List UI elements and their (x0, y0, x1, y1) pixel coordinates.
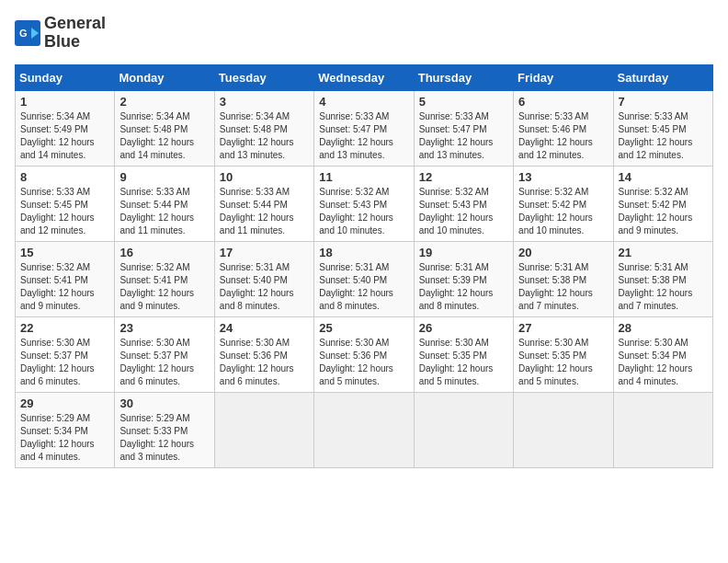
day-info: Sunrise: 5:32 AM Sunset: 5:42 PM Dayligh… (619, 186, 708, 237)
calendar-cell: 15Sunrise: 5:32 AM Sunset: 5:41 PM Dayli… (16, 241, 115, 316)
calendar-cell: 30Sunrise: 5:29 AM Sunset: 5:33 PM Dayli… (115, 392, 214, 467)
day-info: Sunrise: 5:29 AM Sunset: 5:34 PM Dayligh… (20, 412, 109, 464)
logo-general: General (44, 15, 106, 33)
col-header-monday: Monday (115, 64, 214, 90)
col-header-thursday: Thursday (414, 64, 513, 90)
calendar-cell: 1Sunrise: 5:34 AM Sunset: 5:49 PM Daylig… (16, 90, 115, 166)
logo-blue: Blue (44, 33, 106, 52)
calendar-cell: 12Sunrise: 5:32 AM Sunset: 5:43 PM Dayli… (414, 166, 513, 241)
day-number: 3 (220, 95, 309, 109)
day-info: Sunrise: 5:29 AM Sunset: 5:33 PM Dayligh… (119, 412, 209, 464)
calendar-week-1: 1Sunrise: 5:34 AM Sunset: 5:49 PM Daylig… (16, 90, 713, 166)
day-number: 9 (119, 170, 209, 184)
calendar-cell: 20Sunrise: 5:31 AM Sunset: 5:38 PM Dayli… (514, 241, 613, 316)
day-info: Sunrise: 5:32 AM Sunset: 5:43 PM Dayligh… (319, 186, 408, 237)
calendar-cell (514, 392, 613, 467)
calendar-week-4: 22Sunrise: 5:30 AM Sunset: 5:37 PM Dayli… (16, 316, 713, 392)
day-number: 11 (319, 170, 408, 184)
calendar-cell: 10Sunrise: 5:33 AM Sunset: 5:44 PM Dayli… (214, 166, 313, 241)
calendar-cell: 26Sunrise: 5:30 AM Sunset: 5:35 PM Dayli… (414, 316, 513, 392)
day-info: Sunrise: 5:30 AM Sunset: 5:36 PM Dayligh… (319, 337, 408, 388)
col-header-sunday: Sunday (16, 64, 115, 90)
day-info: Sunrise: 5:33 AM Sunset: 5:45 PM Dayligh… (619, 110, 708, 162)
day-info: Sunrise: 5:30 AM Sunset: 5:37 PM Dayligh… (119, 337, 209, 388)
day-number: 28 (619, 321, 708, 335)
calendar-cell: 5Sunrise: 5:33 AM Sunset: 5:47 PM Daylig… (414, 90, 513, 166)
calendar-cell: 28Sunrise: 5:30 AM Sunset: 5:34 PM Dayli… (613, 316, 712, 392)
svg-text:G: G (19, 28, 28, 39)
day-info: Sunrise: 5:30 AM Sunset: 5:35 PM Dayligh… (518, 337, 608, 388)
calendar-week-5: 29Sunrise: 5:29 AM Sunset: 5:34 PM Dayli… (16, 392, 713, 467)
col-header-friday: Friday (514, 64, 613, 90)
day-number: 30 (119, 396, 209, 410)
day-number: 29 (20, 396, 109, 410)
calendar-cell (314, 392, 414, 467)
day-info: Sunrise: 5:30 AM Sunset: 5:34 PM Dayligh… (619, 337, 708, 388)
day-number: 10 (220, 170, 309, 184)
day-number: 24 (220, 321, 309, 335)
day-number: 16 (119, 246, 209, 259)
calendar-cell: 25Sunrise: 5:30 AM Sunset: 5:36 PM Dayli… (314, 316, 414, 392)
day-number: 21 (619, 246, 708, 259)
day-info: Sunrise: 5:30 AM Sunset: 5:37 PM Dayligh… (20, 337, 109, 388)
calendar-cell: 14Sunrise: 5:32 AM Sunset: 5:42 PM Dayli… (613, 166, 712, 241)
day-number: 22 (20, 321, 109, 335)
day-number: 20 (518, 246, 608, 259)
day-info: Sunrise: 5:32 AM Sunset: 5:41 PM Dayligh… (119, 261, 209, 313)
calendar-cell: 9Sunrise: 5:33 AM Sunset: 5:44 PM Daylig… (115, 166, 214, 241)
day-number: 23 (119, 321, 209, 335)
col-header-wednesday: Wednesday (314, 64, 414, 90)
calendar-cell: 24Sunrise: 5:30 AM Sunset: 5:36 PM Dayli… (214, 316, 313, 392)
day-info: Sunrise: 5:31 AM Sunset: 5:39 PM Dayligh… (419, 261, 508, 313)
day-info: Sunrise: 5:33 AM Sunset: 5:47 PM Dayligh… (419, 110, 508, 162)
col-header-tuesday: Tuesday (214, 64, 313, 90)
calendar-cell: 21Sunrise: 5:31 AM Sunset: 5:38 PM Dayli… (613, 241, 712, 316)
day-info: Sunrise: 5:30 AM Sunset: 5:36 PM Dayligh… (220, 337, 309, 388)
calendar-cell: 19Sunrise: 5:31 AM Sunset: 5:39 PM Dayli… (414, 241, 513, 316)
col-header-saturday: Saturday (613, 64, 712, 90)
calendar-cell (414, 392, 513, 467)
calendar-cell: 17Sunrise: 5:31 AM Sunset: 5:40 PM Dayli… (214, 241, 313, 316)
day-number: 13 (518, 170, 608, 184)
day-number: 27 (518, 321, 608, 335)
day-info: Sunrise: 5:33 AM Sunset: 5:44 PM Dayligh… (220, 186, 309, 237)
day-number: 6 (518, 95, 608, 109)
day-number: 4 (319, 95, 408, 109)
calendar-week-2: 8Sunrise: 5:33 AM Sunset: 5:45 PM Daylig… (16, 166, 713, 241)
day-info: Sunrise: 5:34 AM Sunset: 5:48 PM Dayligh… (119, 110, 209, 162)
day-number: 18 (319, 246, 408, 259)
logo: G General Blue (15, 15, 106, 52)
day-number: 8 (20, 170, 109, 184)
day-info: Sunrise: 5:31 AM Sunset: 5:40 PM Dayligh… (220, 261, 309, 313)
calendar-cell: 4Sunrise: 5:33 AM Sunset: 5:47 PM Daylig… (314, 90, 414, 166)
day-number: 2 (119, 95, 209, 109)
calendar-table: SundayMondayTuesdayWednesdayThursdayFrid… (15, 64, 713, 468)
calendar-cell: 8Sunrise: 5:33 AM Sunset: 5:45 PM Daylig… (16, 166, 115, 241)
calendar-cell (214, 392, 313, 467)
day-info: Sunrise: 5:33 AM Sunset: 5:44 PM Dayligh… (119, 186, 209, 237)
calendar-cell: 29Sunrise: 5:29 AM Sunset: 5:34 PM Dayli… (16, 392, 115, 467)
day-number: 12 (419, 170, 508, 184)
calendar-cell: 2Sunrise: 5:34 AM Sunset: 5:48 PM Daylig… (115, 90, 214, 166)
day-info: Sunrise: 5:33 AM Sunset: 5:45 PM Dayligh… (20, 186, 109, 237)
day-number: 15 (20, 246, 109, 259)
calendar-cell (613, 392, 712, 467)
day-number: 26 (419, 321, 508, 335)
day-number: 14 (619, 170, 708, 184)
day-number: 1 (20, 95, 109, 109)
logo-icon: G (15, 20, 40, 46)
calendar-cell: 16Sunrise: 5:32 AM Sunset: 5:41 PM Dayli… (115, 241, 214, 316)
calendar-cell: 6Sunrise: 5:33 AM Sunset: 5:46 PM Daylig… (514, 90, 613, 166)
day-number: 5 (419, 95, 508, 109)
day-info: Sunrise: 5:34 AM Sunset: 5:48 PM Dayligh… (220, 110, 309, 162)
day-number: 19 (419, 246, 508, 259)
day-number: 25 (319, 321, 408, 335)
day-info: Sunrise: 5:32 AM Sunset: 5:41 PM Dayligh… (20, 261, 109, 313)
day-info: Sunrise: 5:32 AM Sunset: 5:42 PM Dayligh… (518, 186, 608, 237)
day-info: Sunrise: 5:31 AM Sunset: 5:38 PM Dayligh… (619, 261, 708, 313)
day-info: Sunrise: 5:31 AM Sunset: 5:40 PM Dayligh… (319, 261, 408, 313)
day-info: Sunrise: 5:34 AM Sunset: 5:49 PM Dayligh… (20, 110, 109, 162)
calendar-week-3: 15Sunrise: 5:32 AM Sunset: 5:41 PM Dayli… (16, 241, 713, 316)
day-info: Sunrise: 5:33 AM Sunset: 5:46 PM Dayligh… (518, 110, 608, 162)
calendar-cell: 11Sunrise: 5:32 AM Sunset: 5:43 PM Dayli… (314, 166, 414, 241)
